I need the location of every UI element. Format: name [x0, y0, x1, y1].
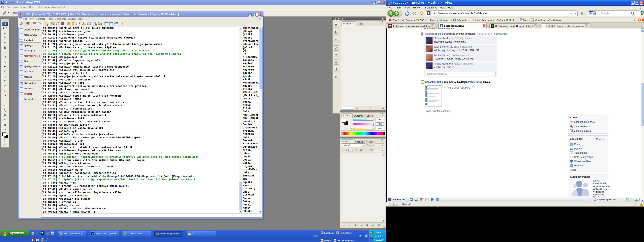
svg-text:css: css — [416, 19, 418, 21]
svg-text:31: 31 — [421, 199, 422, 201]
svg-text:★: ★ — [642, 11, 644, 14]
svg-text:!: ! — [641, 203, 642, 206]
svg-text:#: # — [40, 24, 41, 25]
svg-text:i: i — [454, 19, 455, 21]
svg-text:!: ! — [639, 19, 640, 21]
svg-text:?: ? — [121, 22, 123, 25]
svg-text:31: 31 — [571, 122, 572, 123]
svg-text:#: # — [34, 24, 36, 25]
svg-text:!: ! — [643, 19, 644, 21]
svg-text:31: 31 — [571, 152, 572, 154]
